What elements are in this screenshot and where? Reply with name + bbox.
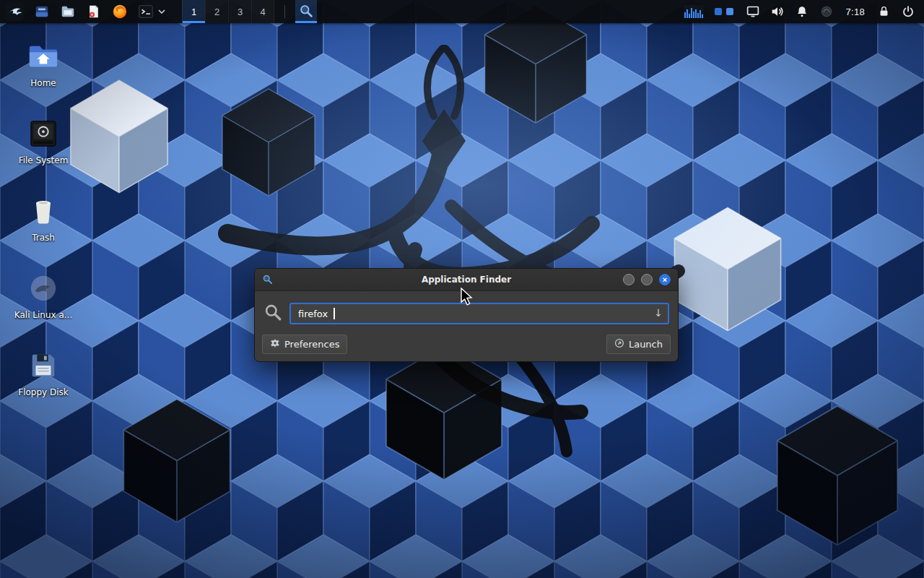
network-icon[interactable] [819, 1, 834, 22]
file-manager-icon [34, 4, 50, 20]
search-input[interactable] [289, 303, 669, 324]
file-manager-launcher[interactable] [32, 1, 52, 22]
application-finder-window: Application Finder × ↓ [254, 268, 679, 362]
volume-icon[interactable] [770, 1, 785, 22]
web-browser-launcher[interactable] [110, 1, 130, 22]
files-launcher[interactable] [58, 1, 78, 22]
close-button[interactable]: × [659, 274, 671, 285]
display-icon[interactable] [746, 1, 760, 22]
desktop-icon-label: Floppy Disk [18, 387, 69, 397]
notifications-icon[interactable] [795, 1, 809, 22]
workspace-3[interactable]: 3 [228, 0, 251, 23]
desktop-icon-floppy-disk[interactable]: Floppy Disk [9, 347, 78, 424]
home-folder-icon [27, 38, 60, 75]
window-controls: × [623, 274, 671, 285]
power-icon[interactable] [901, 1, 915, 22]
panel-separator [284, 5, 285, 18]
desktop-icon-trash[interactable]: Trash [9, 192, 78, 269]
clock[interactable]: 7:18 [844, 7, 866, 17]
chevron-down-icon [158, 9, 165, 14]
applications-menu-button[interactable] [4, 1, 25, 22]
desktop-icon-file-system[interactable]: File System [9, 115, 78, 192]
text-editor-launcher[interactable] [84, 1, 104, 22]
folder-icon [60, 4, 76, 20]
floppy-disk-icon [28, 347, 58, 384]
indicators-icon[interactable] [714, 1, 736, 22]
preferences-label: Preferences [284, 339, 339, 350]
desktop-icon-label: Trash [32, 233, 55, 243]
system-tray: 7:18 [684, 1, 920, 22]
screenlock-icon[interactable] [876, 1, 891, 22]
titlebar[interactable]: Application Finder × [255, 269, 678, 291]
minimize-button[interactable] [623, 274, 635, 285]
workspace-4[interactable]: 4 [251, 0, 274, 23]
desktop-icon-label: Home [30, 78, 56, 88]
terminal-launcher[interactable] [136, 1, 156, 22]
taskbar-item-application-finder[interactable] [295, 0, 317, 23]
desktop-icon-label: File System [19, 155, 69, 165]
firefox-icon [112, 4, 128, 20]
entry-dropdown-arrow-icon[interactable]: ↓ [654, 307, 663, 319]
top-panel: 1 2 3 4 [0, 0, 924, 23]
desktop: 1 2 3 4 [0, 0, 924, 578]
terminal-icon [138, 4, 154, 20]
launch-icon [614, 338, 624, 350]
terminal-dropdown-arrow[interactable] [157, 1, 166, 22]
maximize-button[interactable] [641, 274, 653, 285]
cpu-graph-icon[interactable] [684, 1, 704, 22]
gear-icon [270, 338, 280, 350]
window-title: Application Finder [255, 275, 678, 285]
launcher-group [32, 1, 166, 22]
preferences-button[interactable]: Preferences [262, 335, 347, 354]
workspace-switcher: 1 2 3 4 [182, 0, 274, 23]
dialog-body: ↓ Preferences Launch [255, 291, 678, 361]
text-editor-icon [87, 4, 101, 20]
desktop-icon-label: Kali Linux a... [14, 310, 72, 320]
text-caret [334, 308, 335, 319]
terminal-launcher-group [136, 1, 166, 22]
kali-link-icon [28, 269, 58, 307]
application-finder-icon [299, 4, 313, 20]
workspace-1[interactable]: 1 [182, 0, 205, 23]
launch-label: Launch [629, 339, 663, 350]
desktop-icon-home[interactable]: Home [9, 38, 78, 115]
application-finder-window-icon [262, 274, 273, 288]
workspace-2[interactable]: 2 [205, 0, 228, 23]
trash-icon [29, 192, 58, 230]
kali-menu-icon [5, 2, 24, 21]
desktop-icon-kali-linux[interactable]: Kali Linux a... [9, 269, 78, 347]
file-system-icon [28, 115, 58, 152]
desktop-icon-list: Home File System Trash Kali Linux a... F… [9, 38, 78, 424]
launch-button[interactable]: Launch [606, 335, 671, 354]
search-icon [263, 303, 282, 324]
